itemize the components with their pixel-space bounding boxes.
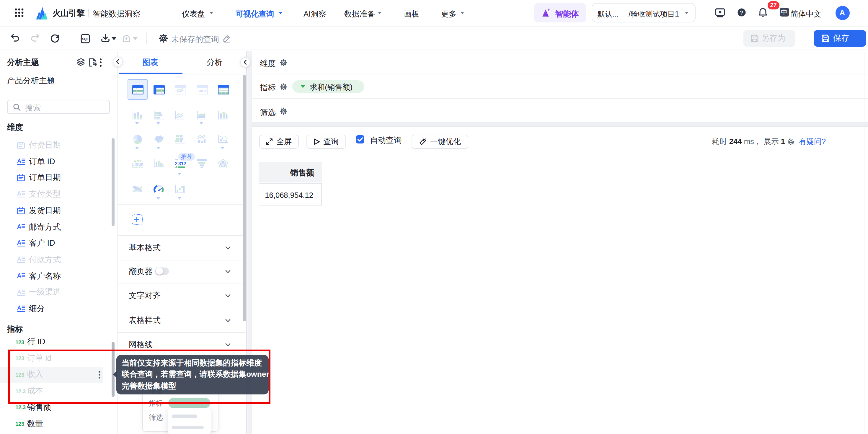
svg-text:OKR: OKR: [198, 89, 206, 92]
svg-text:?: ?: [740, 9, 743, 16]
svg-text:2,312: 2,312: [175, 161, 186, 166]
svg-text:Word Cloud: Word Cloud: [132, 166, 144, 168]
svg-text:SQL: SQL: [82, 37, 89, 40]
